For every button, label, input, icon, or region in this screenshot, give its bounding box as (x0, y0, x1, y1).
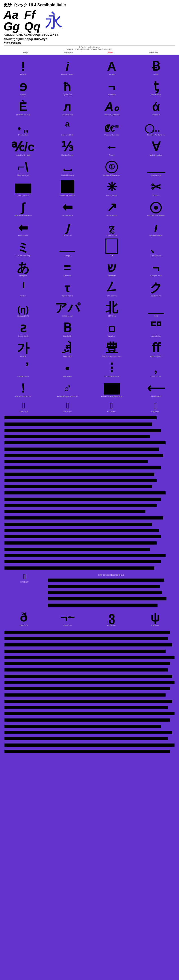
label-bopomofo: Bopomofo (108, 275, 116, 277)
digits-row: 0123456789 (3, 41, 176, 45)
alphabet-lower: abcdefghijklmnopqrstuvwxyz (3, 37, 176, 41)
bar-row-14 (3, 496, 176, 502)
ext-b-7 (5, 668, 168, 671)
ext-b-17 (5, 731, 172, 734)
char-letterlike: ℀/c (11, 141, 35, 153)
bar-b-9 (5, 466, 161, 469)
ext-bar-14 (3, 711, 176, 717)
char-alpha-acute: ά (152, 100, 160, 113)
char-fraction: ⅓ (61, 141, 74, 153)
bar-b-20 (5, 535, 161, 538)
cell-latin-ext-additional: Aₒ Latin Ext Additional (90, 96, 134, 116)
char-vert-form: ︐ (17, 362, 29, 374)
ext-bar-7 (3, 667, 176, 673)
label-cjk-symbols: CJK Symbols (150, 255, 161, 257)
ext-bar-15 (3, 717, 176, 723)
bottom-cell-1: ð CJK Ext B (2, 610, 46, 627)
label-kangxi: Kangxi (65, 255, 70, 257)
bar-b-16 (5, 510, 145, 513)
label-vertical-forms: Vertical Forms (17, 375, 29, 377)
ext-bar-20 (3, 748, 176, 754)
ext-bar-1 (3, 629, 176, 636)
label-armenian: Armenian (108, 94, 115, 96)
cell-misc-technical: ⌐\ Misc Technical (1, 157, 45, 177)
char-kata-apa: アパ (54, 302, 80, 314)
bar-row-8 (3, 458, 176, 465)
bar-b-12 (5, 485, 152, 488)
char-r-corner: ¬ (152, 261, 160, 274)
label-block-elements: Block Elements (17, 194, 29, 196)
char-jamo-a: ꥠ (150, 322, 162, 334)
bar-row-9 (3, 465, 176, 471)
label-sup-arrows-a: Sup Arrows A (62, 215, 73, 216)
label-sup-punctuation: Sup Punctuation (149, 234, 163, 237)
label-cjk-compat: CJK Compat (62, 315, 72, 317)
ext-bar-4 (3, 648, 176, 654)
bar-b-15 (5, 504, 157, 507)
label-bottom-4: CJK Ext E (151, 624, 159, 627)
char-geo-shape (61, 180, 74, 193)
cell-enclosed-ideo-sup: Enclosed Ideographic Sup (90, 378, 134, 398)
char-fullwidth: ！ (17, 382, 29, 395)
col-ascii: ASCII (5, 51, 47, 53)
cell-letterlike: ℀/c Letterlike Symbols (1, 137, 45, 157)
char-cjk-d1: 𫝀 (110, 402, 113, 410)
final-bar-1 (46, 577, 176, 583)
label-diacritics: Diacritics (108, 73, 115, 76)
cell-cjk-ideographs: CJK (90, 237, 134, 257)
char-ctrl-pic: ⎵ (64, 161, 71, 173)
ext-b-6 (5, 662, 170, 665)
bottom-cell-3: ვ CJK Ext D (90, 610, 133, 627)
char-cjk-stroke: ㇜ (105, 282, 118, 294)
label-small-forms: Small Forms (151, 375, 161, 377)
char-half-mark: • (65, 362, 70, 374)
char-hook: ⌐\ (18, 161, 29, 173)
char-enc-alph-sup: ♂ (62, 382, 72, 395)
final-bars (46, 577, 176, 608)
ext-b-20 (5, 750, 170, 753)
char-b-cyrillic: Ƀ (152, 60, 160, 73)
char-equals: = (64, 261, 71, 274)
char-currency: ₡€" (104, 124, 119, 133)
label-bopomofo-ext: Bopomofo Ext (62, 295, 73, 297)
label-diacritics-symbols: Diacritics For Symbols (147, 134, 165, 136)
bar-row-21 (3, 540, 176, 546)
ext-bar-12 (3, 698, 176, 705)
ext-b-2 (5, 637, 168, 640)
char-hiragana-a: あ (17, 261, 30, 274)
char-cjk-moun: 豊 (105, 342, 118, 354)
char-a-subscript: Aₒ (104, 100, 118, 113)
char-block-elem (15, 183, 31, 193)
bottom-labels: 𮠀 CJK Ext F CJK Compat Ideographs Sup (1, 572, 178, 609)
cell-phonetic-ext-sup: È Phonetic Ext Sup (1, 96, 45, 116)
ext-bar-9 (3, 679, 176, 686)
cell-enclosed-alphanums-sup: ♂ Enclosed Alphanums Sup (45, 378, 90, 398)
bar-b-18 (5, 523, 152, 526)
ext-b-1 (5, 631, 170, 634)
cell-compat-jamo: ¬ Compat Jamo (134, 257, 178, 277)
char-sun: ✳ (107, 181, 117, 193)
char-ff-liga: ﬀ (152, 342, 160, 354)
cell-bopomofo: ש Bopomofo (90, 257, 134, 277)
label-cjk-ext-e-top: CJK Ext E (151, 410, 159, 413)
cell-cjk-symbols: 、 CJK Symbols (134, 237, 178, 257)
label-cyrillic-sup: Cyrillic Sup (63, 94, 72, 96)
label-misc-math-b: Misc Math Symbols B (147, 215, 165, 216)
label-bottom-1: CJK Ext B (20, 624, 28, 627)
label-sup-arrows-b: Sup Arrows B (106, 215, 117, 216)
ext-b-13 (5, 706, 168, 709)
label-misc-math-a: Misc Math Symbols A (14, 215, 32, 216)
char-hangul-ga: 가 (17, 342, 29, 354)
sample-latin-qq: Qq (24, 21, 40, 32)
cell-cjk-compat: アパ CJK Compat (45, 298, 90, 318)
char-kayah: ꤀ (108, 322, 115, 334)
char-rect-outline (105, 239, 118, 254)
ext-bar-2 (3, 636, 176, 642)
char-tau: τ (65, 282, 70, 294)
cell-math-operators: ∀ Math Operators (134, 137, 178, 157)
label-compat-jamo: Compat Jamo (150, 275, 161, 277)
final-bar-2 (46, 583, 176, 589)
bar-row-15 (3, 502, 176, 509)
bar-row-11 (3, 477, 176, 484)
char-dotless-i: ı (154, 221, 158, 234)
